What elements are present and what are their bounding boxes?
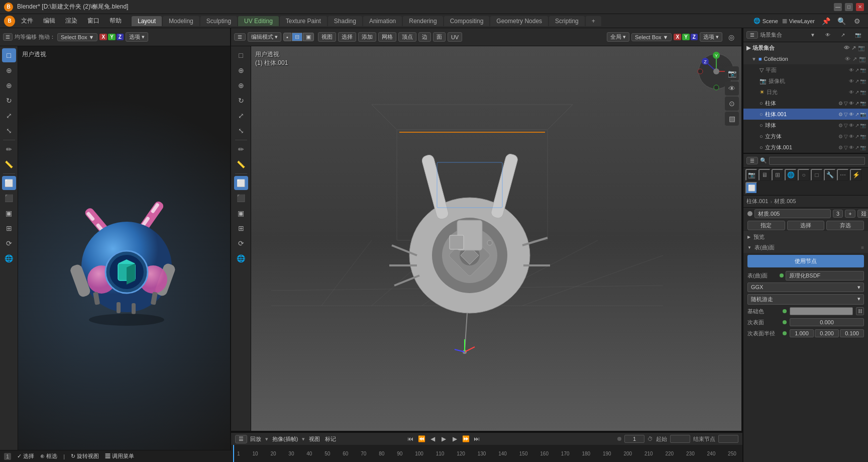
prev-keyframe-btn[interactable]: ⏪ (416, 434, 426, 444)
world-props-btn[interactable]: ○ (798, 169, 810, 181)
prop-search-input[interactable] (769, 157, 865, 165)
vp-cursor-btn[interactable]: ⊕ (234, 63, 248, 77)
object-props-btn[interactable]: □ (811, 169, 823, 181)
mesh-edit-btn-2[interactable]: ⬛ (2, 191, 16, 205)
timeline-ruler[interactable]: 1 10 20 30 40 50 60 70 80 90 100 110 120… (231, 445, 742, 462)
filter-icon[interactable]: ▼ (806, 28, 820, 42)
perspective-btn[interactable]: 👁 (725, 81, 739, 96)
timeline-viewtype-btn[interactable]: 抱像(插帧) (272, 435, 298, 443)
tab-compositing[interactable]: Compositing (444, 16, 490, 26)
vp-mesh-edit-4[interactable]: ⊞ (234, 221, 248, 235)
search-button[interactable]: 🔍 (834, 14, 848, 28)
vp-annotate-btn[interactable]: ✏ (234, 142, 248, 156)
vp-scale-btn[interactable]: ⤢ (234, 109, 248, 123)
outliner-item-sphere[interactable]: ○ 球体 ⚙▽👁↗📷 (743, 120, 868, 131)
annotate-tool-btn[interactable]: ✏ (2, 142, 16, 156)
timeline-mode-btn[interactable]: 回放 (250, 435, 261, 443)
tab-uv-editing[interactable]: UV Editing (238, 16, 279, 26)
move-tool-btn[interactable]: ⊕ (2, 78, 16, 93)
vp-rotate-btn[interactable]: ↻ (234, 94, 248, 108)
vp-mesh-edit-2[interactable]: ⬛ (234, 191, 248, 205)
viewport-options-btn[interactable]: 选项 ▾ (700, 32, 722, 42)
mesh-edit-btn-5[interactable]: ⟳ (2, 236, 16, 250)
base-color-link-btn[interactable]: ⛓ (856, 307, 864, 315)
vp-select-btn[interactable]: □ (234, 48, 248, 62)
surface-type-dropdown[interactable]: 原理化BSDF (786, 271, 864, 281)
assign-btn[interactable]: 指定 (747, 221, 785, 230)
render-icon[interactable]: 📷 (851, 28, 865, 42)
viewport-add-btn[interactable]: 添加 (358, 32, 376, 42)
next-keyframe-btn[interactable]: ⏩ (461, 434, 471, 444)
viewlayer-label[interactable]: ViewLayer (789, 18, 815, 24)
current-frame-input[interactable] (624, 435, 644, 443)
x-constraint[interactable]: X (99, 34, 107, 40)
play-btn[interactable]: ▶ (439, 434, 449, 444)
vp-transform-btn[interactable]: ⤡ (234, 124, 248, 138)
deselect-btn[interactable]: 弃选 (826, 221, 864, 230)
menu-edit[interactable]: 编辑 (39, 16, 59, 26)
tab-layout[interactable]: Layout (132, 16, 162, 26)
scene-props-btn[interactable]: 🌐 (785, 169, 797, 181)
physics-props-btn[interactable]: ⚡ (850, 169, 862, 181)
select-btn[interactable]: 选择 (787, 221, 825, 230)
outliner-item-cube-001[interactable]: ○ 立方体.001 ⚙▽👁↗📷 (743, 142, 868, 153)
viewport-overlay-btn[interactable]: ◎ (724, 30, 738, 44)
material-new-btn[interactable]: + (845, 210, 855, 218)
options-btn-left[interactable]: 选项 ▾ (126, 32, 148, 42)
mesh-edit-btn-3[interactable]: ▣ (2, 206, 16, 220)
outliner-item-light[interactable]: ☀ 日光 👁↗📷 (743, 86, 868, 98)
outliner-item-plane[interactable]: ▽ 平面 👁↗📷 (743, 64, 868, 75)
viewport-select-btn[interactable]: 选择 (338, 32, 356, 42)
tab-scripting[interactable]: Scripting (549, 16, 585, 26)
tab-shading[interactable]: Shading (328, 16, 362, 26)
use-nodes-button[interactable]: 使用节点 (747, 255, 864, 267)
viewport-z-btn[interactable]: Z (691, 34, 698, 40)
mesh-edit-btn-6[interactable]: 🌐 (2, 251, 16, 265)
edge-mode-btn[interactable]: ⊟ (292, 33, 302, 41)
vp-mesh-edit-5[interactable]: ⟳ (234, 236, 248, 250)
menu-file[interactable]: 文件 (17, 16, 37, 26)
surface-section-header[interactable]: ▼ 表(曲)面 ≡ (743, 242, 868, 253)
preview-canvas[interactable]: 用户透视 (18, 46, 230, 462)
pin-button[interactable]: 📌 (819, 14, 833, 28)
tab-add[interactable]: + (586, 16, 601, 26)
prev-frame-btn[interactable]: ◀ (427, 434, 438, 444)
material-count-btn[interactable]: 3 (833, 210, 843, 218)
viewport-y-btn[interactable]: Y (682, 34, 690, 40)
mesh-edit-btn-4[interactable]: ⊞ (2, 221, 16, 235)
select-icon[interactable]: ↗ (836, 28, 850, 42)
cursor-tool-btn[interactable]: ⊕ (2, 63, 16, 77)
minimize-button[interactable]: — (834, 3, 842, 11)
viewport-face-btn[interactable]: 面 (433, 32, 446, 42)
select-tool-btn[interactable]: □ (2, 48, 16, 62)
subsurface-value[interactable]: 0.000 (790, 318, 864, 326)
menu-window[interactable]: 窗口 (83, 16, 103, 26)
maximize-button[interactable]: □ (845, 3, 853, 11)
menu-render[interactable]: 渲染 (61, 16, 81, 26)
tab-sculpting[interactable]: Sculpting (200, 16, 237, 26)
viewport-vertex-btn[interactable]: 顶点 (398, 32, 416, 42)
transform-tool-btn[interactable]: ⤡ (2, 124, 16, 138)
jump-end-btn[interactable]: ⏭ (472, 434, 482, 444)
subsurface-r2[interactable]: 0.200 (815, 329, 839, 337)
outliner-item-camera[interactable]: 📷 摄像机 👁↗📷 (743, 75, 868, 86)
vp-move-btn[interactable]: ⊕ (234, 78, 248, 93)
frame-start-input[interactable]: 1 (670, 435, 690, 443)
material-props-btn[interactable]: ⬜ (745, 182, 757, 194)
viewport-shade-btn[interactable]: ▧ (725, 112, 739, 126)
modifier-props-btn[interactable]: 🔧 (824, 169, 836, 181)
base-color-swatch[interactable] (790, 307, 853, 315)
editor-type-btn[interactable]: ☰ (234, 33, 246, 41)
collection-item[interactable]: ▼ ■ Collection 👁 ↗ 📷 (743, 53, 868, 64)
mesh-edit-btn-1[interactable]: ⬜ (2, 176, 16, 190)
measure-tool-btn[interactable]: 📏 (2, 157, 16, 171)
select-box-dropdown-left[interactable]: Select Box ▼ (57, 33, 97, 41)
camera-view-btn[interactable]: 📷 (725, 66, 739, 80)
rotate-tool-btn[interactable]: ↻ (2, 94, 16, 108)
subsurface-r1[interactable]: 1.000 (790, 329, 814, 337)
close-button[interactable]: ✕ (856, 3, 864, 11)
settings-button[interactable]: ⚙ (850, 14, 864, 28)
viewport-view-btn[interactable]: 视图 (318, 32, 336, 42)
timeline-editor-btn[interactable]: ☰ (235, 435, 247, 443)
edit-mode-btn[interactable]: 编辑模式 ▾ (248, 32, 281, 42)
